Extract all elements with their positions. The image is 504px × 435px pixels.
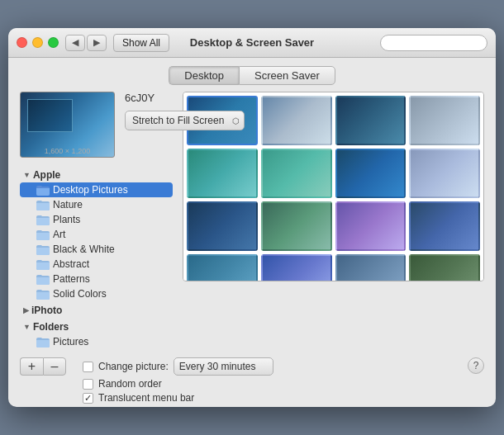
fit-dropdown-wrapper: Stretch to Fill Screen Fill Screen Fit t… xyxy=(125,111,245,130)
sidebar-item-black-white-label: Black & White xyxy=(53,244,115,255)
grid-cell-9[interactable] xyxy=(187,201,258,251)
back-button[interactable]: ◀ xyxy=(65,35,85,51)
options-group: Change picture: Every 30 minutes Every 5… xyxy=(83,357,468,404)
change-picture-checkbox[interactable] xyxy=(83,362,93,372)
sidebar-section-iphoto: ▶ iPhoto xyxy=(20,303,173,318)
interval-dropdown[interactable]: Every 30 minutes Every 5 seconds Every m… xyxy=(174,357,273,376)
folder-icon xyxy=(36,185,50,195)
grid-cell-15[interactable] xyxy=(335,254,407,281)
change-picture-row: Change picture: Every 30 minutes Every 5… xyxy=(83,357,468,376)
sidebar-item-desktop-pictures[interactable]: Desktop Pictures xyxy=(20,182,173,197)
folder-icon-nature xyxy=(36,200,50,210)
sidebar-item-plants[interactable]: Plants xyxy=(20,212,173,227)
preview-inner xyxy=(27,99,73,132)
grid-cell-4[interactable] xyxy=(409,96,480,145)
sidebar-item-black-white[interactable]: Black & White xyxy=(20,242,173,257)
random-order-row: Random order xyxy=(83,378,468,390)
preview-thumbnail: 1,600 × 1,200 xyxy=(20,92,115,158)
help-button[interactable]: ? xyxy=(468,357,484,374)
grid-cell-10[interactable] xyxy=(261,201,332,251)
sidebar-header-iphoto[interactable]: ▶ iPhoto xyxy=(20,303,173,318)
sidebar-item-nature-label: Nature xyxy=(53,199,83,210)
tab-screensaver[interactable]: Screen Saver xyxy=(239,66,335,85)
grid-cell-7[interactable] xyxy=(335,149,407,198)
grid-cell-2[interactable] xyxy=(261,96,332,145)
sidebar-item-plants-label: Plants xyxy=(53,214,80,225)
translucent-menu-row: Translucent menu bar xyxy=(83,392,468,404)
sidebar-item-nature[interactable]: Nature xyxy=(20,197,173,212)
sidebar-section-apple: ▼ Apple Desktop Pictures xyxy=(20,168,173,301)
remove-button[interactable]: – xyxy=(43,357,66,376)
bottom-area: + – Change picture: Every 30 minutes Eve… xyxy=(8,351,496,407)
sidebar-item-art[interactable]: Art xyxy=(20,227,173,242)
sidebar-section-apple-label: Apple xyxy=(33,169,60,181)
sidebar-section-folders-label: Folders xyxy=(33,321,69,333)
sidebar: ▼ Apple Desktop Pictures xyxy=(20,168,173,349)
triangle-apple: ▼ xyxy=(23,171,31,179)
grid-cell-3[interactable] xyxy=(335,96,407,145)
main-window: ◀ ▶ Show All Desktop & Screen Saver Desk… xyxy=(8,28,496,407)
random-order-checkbox[interactable] xyxy=(83,379,93,390)
preview-dimensions: 1,600 × 1,200 xyxy=(45,147,90,155)
sidebar-item-solid-colors[interactable]: Solid Colors xyxy=(20,286,173,301)
close-button[interactable] xyxy=(17,37,27,48)
sidebar-item-desktop-pictures-label: Desktop Pictures xyxy=(53,184,128,196)
tabs-row: Desktop Screen Saver xyxy=(8,58,496,92)
grid-cell-16[interactable] xyxy=(409,254,480,281)
content-area: 1,600 × 1,200 6cJ0Y Stretch to Fill Scre… xyxy=(8,92,496,351)
sidebar-item-patterns[interactable]: Patterns xyxy=(20,272,173,286)
folder-icon-abstract xyxy=(36,259,50,269)
sidebar-section-folders: ▼ Folders Pictures xyxy=(20,319,173,349)
grid-cell-12[interactable] xyxy=(409,201,480,251)
show-all-button[interactable]: Show All xyxy=(113,34,169,52)
sidebar-section-iphoto-label: iPhoto xyxy=(31,305,62,316)
sidebar-header-folders[interactable]: ▼ Folders xyxy=(20,319,173,334)
grid-cell-8[interactable] xyxy=(409,149,480,198)
translucent-menu-checkbox[interactable] xyxy=(83,393,93,404)
sidebar-item-patterns-label: Patterns xyxy=(53,273,90,285)
random-order-label: Random order xyxy=(98,378,162,390)
traffic-lights xyxy=(17,37,59,48)
folder-icon-plants xyxy=(36,215,50,225)
preview-area: 1,600 × 1,200 6cJ0Y Stretch to Fill Scre… xyxy=(20,92,173,158)
sidebar-header-apple[interactable]: ▼ Apple xyxy=(20,168,173,182)
tab-desktop[interactable]: Desktop xyxy=(169,66,239,85)
window-title: Desktop & Screen Saver xyxy=(190,36,314,49)
minimize-button[interactable] xyxy=(32,37,43,48)
search-input[interactable] xyxy=(380,35,487,51)
nav-buttons: ◀ ▶ xyxy=(65,35,107,51)
fit-dropdown[interactable]: Stretch to Fill Screen Fill Screen Fit t… xyxy=(125,111,245,130)
sidebar-item-solid-colors-label: Solid Colors xyxy=(53,288,107,300)
left-panel: 1,600 × 1,200 6cJ0Y Stretch to Fill Scre… xyxy=(20,92,173,351)
sidebar-item-pictures[interactable]: Pictures xyxy=(20,334,173,349)
triangle-iphoto: ▶ xyxy=(23,306,29,314)
grid-cell-11[interactable] xyxy=(335,201,407,251)
sidebar-item-art-label: Art xyxy=(53,229,65,240)
grid-cell-5[interactable] xyxy=(187,149,258,198)
folder-icon-black-white xyxy=(36,244,50,254)
right-panel xyxy=(183,92,484,351)
folder-icon-art xyxy=(36,229,50,239)
folder-icon-patterns xyxy=(36,274,50,284)
folder-icon-pictures xyxy=(36,337,50,347)
sidebar-item-pictures-label: Pictures xyxy=(53,336,88,348)
grid-cell-13[interactable] xyxy=(187,254,258,281)
folder-icon-solid-colors xyxy=(36,289,50,299)
grid-cell-14[interactable] xyxy=(261,254,332,281)
translucent-menu-label: Translucent menu bar xyxy=(98,392,194,404)
add-remove-group: + – xyxy=(20,357,66,376)
forward-button[interactable]: ▶ xyxy=(87,35,107,51)
sidebar-item-abstract-label: Abstract xyxy=(53,258,89,270)
sidebar-item-abstract[interactable]: Abstract xyxy=(20,257,173,272)
interval-dropdown-wrapper: Every 30 minutes Every 5 seconds Every m… xyxy=(174,357,273,376)
add-button[interactable]: + xyxy=(20,357,43,376)
titlebar: ◀ ▶ Show All Desktop & Screen Saver xyxy=(8,28,496,58)
triangle-folders: ▼ xyxy=(23,323,31,331)
maximize-button[interactable] xyxy=(48,37,59,48)
grid-cell-6[interactable] xyxy=(261,149,332,198)
change-picture-label: Change picture: xyxy=(98,361,169,372)
